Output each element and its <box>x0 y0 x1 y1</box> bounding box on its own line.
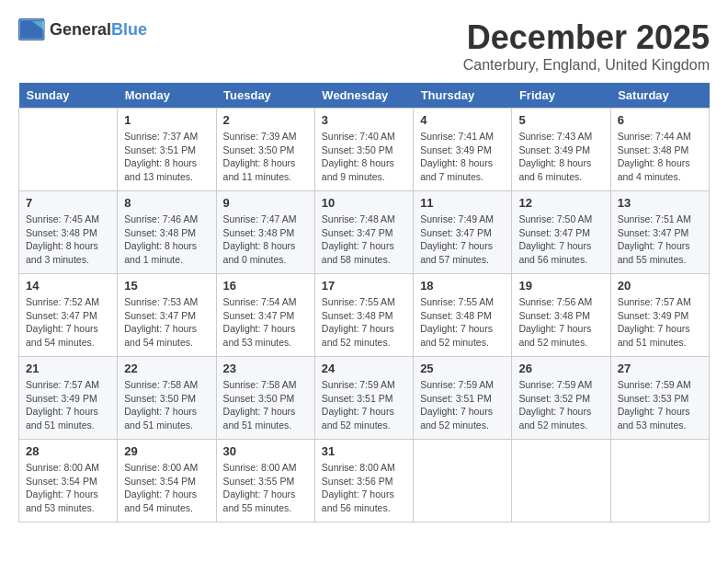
day-number: 31 <box>322 444 406 458</box>
day-number: 8 <box>124 196 209 210</box>
calendar-week-5: 28Sunrise: 8:00 AM Sunset: 3:54 PM Dayli… <box>19 440 710 523</box>
day-number: 24 <box>322 362 406 375</box>
day-number: 25 <box>420 362 505 375</box>
day-number: 11 <box>420 196 505 210</box>
day-number: 27 <box>618 362 702 375</box>
cell-info: Sunrise: 7:50 AM Sunset: 3:47 PM Dayligh… <box>518 213 603 267</box>
calendar-cell: 26Sunrise: 7:59 AM Sunset: 3:52 PM Dayli… <box>512 357 610 440</box>
cell-info: Sunrise: 8:00 AM Sunset: 3:54 PM Dayligh… <box>124 461 209 515</box>
day-number: 13 <box>618 196 702 210</box>
calendar-cell: 29Sunrise: 8:00 AM Sunset: 3:54 PM Dayli… <box>118 440 216 523</box>
cell-info: Sunrise: 7:59 AM Sunset: 3:51 PM Dayligh… <box>322 378 406 432</box>
day-number: 17 <box>322 279 406 293</box>
calendar-cell: 27Sunrise: 7:59 AM Sunset: 3:53 PM Dayli… <box>610 357 709 440</box>
day-number: 22 <box>124 362 209 375</box>
cell-info: Sunrise: 7:59 AM Sunset: 3:52 PM Dayligh… <box>518 378 603 432</box>
cell-info: Sunrise: 7:58 AM Sunset: 3:50 PM Dayligh… <box>223 378 308 432</box>
calendar-table: SundayMondayTuesdayWednesdayThursdayFrid… <box>18 83 710 523</box>
month-title: December 2025 <box>463 18 710 57</box>
day-number: 7 <box>26 196 110 210</box>
calendar-cell <box>610 440 709 523</box>
day-number: 1 <box>124 113 209 127</box>
cell-info: Sunrise: 7:48 AM Sunset: 3:47 PM Dayligh… <box>322 213 406 267</box>
cell-info: Sunrise: 7:57 AM Sunset: 3:49 PM Dayligh… <box>26 378 110 432</box>
cell-info: Sunrise: 7:43 AM Sunset: 3:49 PM Dayligh… <box>518 130 603 184</box>
calendar-week-4: 21Sunrise: 7:57 AM Sunset: 3:49 PM Dayli… <box>19 357 710 440</box>
calendar-cell: 6Sunrise: 7:44 AM Sunset: 3:48 PM Daylig… <box>610 109 709 191</box>
calendar-cell: 15Sunrise: 7:53 AM Sunset: 3:47 PM Dayli… <box>118 274 216 357</box>
calendar-cell: 14Sunrise: 7:52 AM Sunset: 3:47 PM Dayli… <box>19 274 118 357</box>
calendar-cell: 30Sunrise: 8:00 AM Sunset: 3:55 PM Dayli… <box>216 440 314 523</box>
cell-info: Sunrise: 7:57 AM Sunset: 3:49 PM Dayligh… <box>618 295 702 350</box>
calendar-cell <box>512 440 610 523</box>
day-number: 18 <box>420 279 505 293</box>
day-number: 4 <box>420 113 505 127</box>
cell-info: Sunrise: 8:00 AM Sunset: 3:56 PM Dayligh… <box>322 461 406 515</box>
day-number: 20 <box>618 279 702 293</box>
cell-info: Sunrise: 7:47 AM Sunset: 3:48 PM Dayligh… <box>223 213 308 267</box>
cell-info: Sunrise: 7:49 AM Sunset: 3:47 PM Dayligh… <box>420 213 505 267</box>
calendar-cell: 24Sunrise: 7:59 AM Sunset: 3:51 PM Dayli… <box>314 357 413 440</box>
day-number: 16 <box>223 279 308 293</box>
calendar-cell: 31Sunrise: 8:00 AM Sunset: 3:56 PM Dayli… <box>314 440 413 523</box>
cell-info: Sunrise: 7:55 AM Sunset: 3:48 PM Dayligh… <box>420 295 505 350</box>
cell-info: Sunrise: 7:56 AM Sunset: 3:48 PM Dayligh… <box>518 295 603 350</box>
calendar-cell: 23Sunrise: 7:58 AM Sunset: 3:50 PM Dayli… <box>216 357 314 440</box>
calendar-cell: 28Sunrise: 8:00 AM Sunset: 3:54 PM Dayli… <box>19 440 118 523</box>
cell-info: Sunrise: 7:37 AM Sunset: 3:51 PM Dayligh… <box>124 130 209 184</box>
cell-info: Sunrise: 7:55 AM Sunset: 3:48 PM Dayligh… <box>322 295 406 350</box>
weekday-header-wednesday: Wednesday <box>314 83 413 109</box>
calendar-cell: 2Sunrise: 7:39 AM Sunset: 3:50 PM Daylig… <box>216 109 314 191</box>
cell-info: Sunrise: 7:45 AM Sunset: 3:48 PM Dayligh… <box>26 213 110 267</box>
cell-info: Sunrise: 7:40 AM Sunset: 3:50 PM Dayligh… <box>322 130 406 184</box>
cell-info: Sunrise: 7:51 AM Sunset: 3:47 PM Dayligh… <box>618 213 702 267</box>
weekday-header-friday: Friday <box>512 83 610 109</box>
calendar-cell: 16Sunrise: 7:54 AM Sunset: 3:47 PM Dayli… <box>216 274 314 357</box>
day-number: 29 <box>124 444 209 458</box>
calendar-cell: 20Sunrise: 7:57 AM Sunset: 3:49 PM Dayli… <box>610 274 709 357</box>
weekday-header-saturday: Saturday <box>610 83 709 109</box>
calendar-cell: 25Sunrise: 7:59 AM Sunset: 3:51 PM Dayli… <box>414 357 512 440</box>
calendar-cell: 3Sunrise: 7:40 AM Sunset: 3:50 PM Daylig… <box>314 109 413 191</box>
calendar-header-row: SundayMondayTuesdayWednesdayThursdayFrid… <box>19 83 710 109</box>
day-number: 19 <box>518 279 603 293</box>
day-number: 5 <box>518 113 603 127</box>
day-number: 10 <box>322 196 406 210</box>
calendar-cell: 4Sunrise: 7:41 AM Sunset: 3:49 PM Daylig… <box>414 109 512 191</box>
cell-info: Sunrise: 8:00 AM Sunset: 3:54 PM Dayligh… <box>26 461 110 515</box>
calendar-cell: 19Sunrise: 7:56 AM Sunset: 3:48 PM Dayli… <box>512 274 610 357</box>
cell-info: Sunrise: 7:53 AM Sunset: 3:47 PM Dayligh… <box>124 295 209 350</box>
cell-info: Sunrise: 7:52 AM Sunset: 3:47 PM Dayligh… <box>26 295 110 350</box>
calendar-cell: 18Sunrise: 7:55 AM Sunset: 3:48 PM Dayli… <box>414 274 512 357</box>
calendar-week-1: 1Sunrise: 7:37 AM Sunset: 3:51 PM Daylig… <box>19 109 710 191</box>
cell-info: Sunrise: 7:41 AM Sunset: 3:49 PM Dayligh… <box>420 130 505 184</box>
weekday-header-thursday: Thursday <box>414 83 512 109</box>
location-title: Canterbury, England, United Kingdom <box>463 57 710 74</box>
logo-text: GeneralBlue <box>50 20 147 40</box>
cell-info: Sunrise: 7:46 AM Sunset: 3:48 PM Dayligh… <box>124 213 209 267</box>
calendar-cell: 1Sunrise: 7:37 AM Sunset: 3:51 PM Daylig… <box>118 109 216 191</box>
day-number: 26 <box>518 362 603 375</box>
calendar-week-3: 14Sunrise: 7:52 AM Sunset: 3:47 PM Dayli… <box>19 274 710 357</box>
calendar-cell: 21Sunrise: 7:57 AM Sunset: 3:49 PM Dayli… <box>19 357 118 440</box>
day-number: 23 <box>223 362 308 375</box>
calendar-cell: 22Sunrise: 7:58 AM Sunset: 3:50 PM Dayli… <box>118 357 216 440</box>
header: GeneralBlue December 2025 Canterbury, En… <box>18 18 710 74</box>
cell-info: Sunrise: 7:59 AM Sunset: 3:53 PM Dayligh… <box>618 378 702 432</box>
cell-info: Sunrise: 7:59 AM Sunset: 3:51 PM Dayligh… <box>420 378 505 432</box>
logo-icon <box>18 18 46 40</box>
day-number: 12 <box>518 196 603 210</box>
day-number: 2 <box>223 113 308 127</box>
calendar-cell: 13Sunrise: 7:51 AM Sunset: 3:47 PM Dayli… <box>610 191 709 274</box>
day-number: 30 <box>223 444 308 458</box>
calendar-cell: 17Sunrise: 7:55 AM Sunset: 3:48 PM Dayli… <box>314 274 413 357</box>
calendar-week-2: 7Sunrise: 7:45 AM Sunset: 3:48 PM Daylig… <box>19 191 710 274</box>
day-number: 28 <box>26 444 110 458</box>
calendar-cell <box>19 109 118 191</box>
title-area: December 2025 Canterbury, England, Unite… <box>463 18 710 74</box>
cell-info: Sunrise: 8:00 AM Sunset: 3:55 PM Dayligh… <box>223 461 308 515</box>
logo: GeneralBlue <box>18 18 147 40</box>
calendar-cell: 11Sunrise: 7:49 AM Sunset: 3:47 PM Dayli… <box>414 191 512 274</box>
cell-info: Sunrise: 7:54 AM Sunset: 3:47 PM Dayligh… <box>223 295 308 350</box>
day-number: 3 <box>322 113 406 127</box>
